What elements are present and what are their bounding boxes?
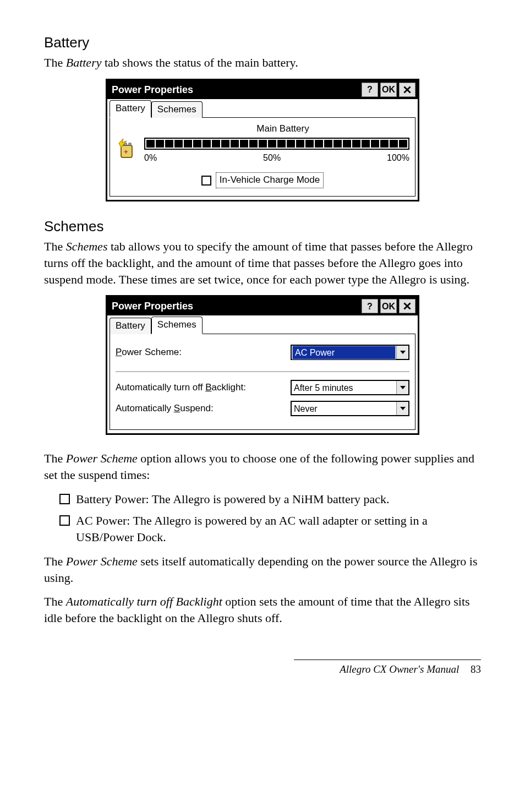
battery-labels: 0% 50% 100% [144, 152, 409, 164]
dialog-title: Power Properties [112, 299, 362, 313]
meter-segment [212, 140, 220, 148]
help-button[interactable]: ? [362, 299, 378, 313]
meter-segment [277, 140, 286, 148]
auto-backlight-para: The Automatically turn off Backlight opt… [44, 593, 481, 626]
svg-marker-9 [400, 386, 406, 389]
meter-segment [146, 140, 155, 148]
close-button[interactable] [399, 83, 415, 97]
tab-battery[interactable]: Battery [110, 100, 151, 118]
battery-meter-wrap: 0% 50% 100% [144, 138, 409, 164]
meter-segment [362, 140, 370, 148]
suspend-combo[interactable]: Never [291, 401, 409, 416]
meter-segment [268, 140, 276, 148]
tab-content-battery: Main Battery + [110, 117, 415, 197]
backlight-row: Automatically turn off Backlight: After … [116, 380, 409, 395]
label-text: Automatically turn off [116, 382, 205, 393]
power-supply-list: Battery Power: The Allegro is powered by… [44, 491, 481, 546]
svg-marker-8 [400, 351, 406, 354]
power-properties-dialog-battery: Power Properties ? OK Battery Schemes Ma… [106, 79, 419, 201]
svg-marker-10 [400, 407, 406, 410]
combo-value: Never [292, 402, 396, 416]
meter-segment [296, 140, 304, 148]
meter-segment [231, 140, 239, 148]
ok-button[interactable]: OK [380, 83, 397, 97]
meter-segment [390, 140, 398, 148]
battery-meter-row: + [116, 138, 409, 164]
text: The [44, 239, 66, 253]
tab-row: Battery Schemes [107, 315, 418, 334]
page-footer: Allegro CX Owner's Manual 83 [294, 660, 481, 677]
list-item: AC Power: The Allegro is powered by an A… [59, 513, 481, 545]
suspend-label: Automatically Suspend: [116, 402, 291, 415]
main-battery-label: Main Battery [116, 123, 409, 135]
meter-segment [193, 140, 201, 148]
dropdown-button[interactable] [396, 381, 408, 394]
meter-segment [371, 140, 379, 148]
meter-segment [203, 140, 211, 148]
tab-line [203, 334, 415, 334]
label-text: uspend: [180, 403, 214, 413]
meter-segment [165, 140, 173, 148]
mnemonic: S [174, 403, 180, 413]
tab-schemes[interactable]: Schemes [151, 101, 203, 118]
label-text: Automatically [116, 403, 174, 413]
tab-row: Battery Schemes [107, 99, 418, 118]
text-emph: Schemes [66, 239, 108, 253]
power-properties-dialog-schemes: Power Properties ? OK Battery Schemes Po… [106, 295, 419, 435]
heading-battery: Battery [44, 33, 481, 52]
chevron-down-icon [400, 407, 406, 410]
meter-segment [240, 140, 248, 148]
in-vehicle-charge-checkbox[interactable] [201, 176, 211, 186]
meter-segment [305, 140, 314, 148]
close-button[interactable] [399, 299, 415, 313]
schemes-intro: The Schemes tab allows you to specify th… [44, 238, 481, 287]
text-emph: Automatically turn off Backlight [66, 595, 222, 608]
in-vehicle-charge-label: In-Vehicle Charge Mode [216, 172, 324, 188]
power-scheme-combo[interactable]: AC Power [291, 345, 409, 360]
chevron-down-icon [400, 386, 406, 389]
meter-segment [343, 140, 351, 148]
heading-schemes: Schemes [44, 217, 481, 236]
pct-0: 0% [144, 152, 157, 164]
battery-intro: The Battery tab shows the status of the … [44, 55, 481, 71]
meter-segment [324, 140, 332, 148]
chevron-down-icon [400, 351, 406, 354]
close-icon [403, 302, 411, 310]
meter-segment [315, 140, 323, 148]
tab-schemes[interactable]: Schemes [151, 317, 203, 334]
list-item: Battery Power: The Allegro is powered by… [59, 491, 481, 508]
label-text: ower Scheme: [122, 347, 182, 357]
page-number: 83 [471, 663, 481, 675]
tab-battery[interactable]: Battery [110, 318, 151, 334]
battery-icon: + [116, 138, 140, 162]
text: tab shows the status of the main battery… [101, 56, 298, 69]
meter-segment [333, 140, 342, 148]
meter-segment [156, 140, 164, 148]
dropdown-button[interactable] [396, 402, 408, 415]
power-scheme-sets-para: The Power Scheme sets itself automatical… [44, 553, 481, 586]
help-button[interactable]: ? [362, 83, 378, 97]
dialog-title: Power Properties [112, 83, 362, 96]
power-scheme-row: Power Scheme: AC Power [116, 345, 409, 360]
text-emph: Power Scheme [66, 554, 138, 568]
backlight-combo[interactable]: After 5 minutes [291, 380, 409, 395]
meter-segment [399, 140, 407, 148]
meter-segment [380, 140, 389, 148]
text-emph: Power Scheme [66, 451, 138, 465]
footer-title: Allegro CX Owner's Manual [340, 663, 459, 675]
text: The [44, 554, 66, 568]
svg-text:+: + [124, 148, 128, 156]
close-icon [403, 86, 411, 94]
text: The [44, 451, 66, 465]
suspend-row: Automatically Suspend: Never [116, 401, 409, 416]
mnemonic: B [205, 382, 211, 393]
pct-50: 50% [263, 152, 281, 164]
power-scheme-label: Power Scheme: [116, 346, 291, 359]
power-scheme-option-para: The Power Scheme option allows you to ch… [44, 450, 481, 483]
ok-button[interactable]: OK [380, 299, 397, 313]
meter-segment [287, 140, 295, 148]
dropdown-button[interactable] [396, 346, 408, 359]
tab-line [203, 117, 415, 118]
text-emph: Battery [66, 56, 102, 69]
titlebar: Power Properties ? OK [107, 80, 418, 99]
